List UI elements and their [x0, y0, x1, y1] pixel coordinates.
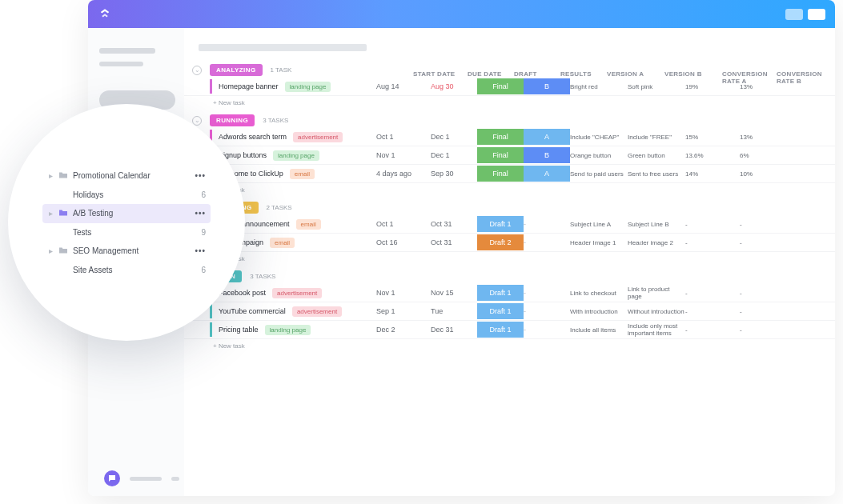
- task-tag[interactable]: landing page: [265, 325, 311, 335]
- task-tag[interactable]: advertisement: [293, 132, 343, 142]
- draft-badge[interactable]: Final: [477, 166, 524, 182]
- task-tag[interactable]: advertisement: [292, 306, 342, 317]
- results-badge[interactable]: A: [524, 166, 570, 182]
- results-value: -: [524, 289, 570, 297]
- start-date: Oct 1: [376, 133, 431, 141]
- collapse-icon[interactable]: ⌄: [192, 116, 202, 126]
- sidebar-folder[interactable]: ▸A/B Testing•••: [42, 204, 211, 223]
- task-row[interactable]: Facebook postadvertisementNov 1Nov 15Dra…: [184, 284, 835, 302]
- task-tag[interactable]: email: [270, 238, 295, 248]
- group-header[interactable]: ⌄RUNNING3 TASKS: [184, 113, 835, 128]
- conv-rate-b: -: [740, 221, 789, 228]
- results-badge[interactable]: B: [524, 147, 570, 163]
- group-header[interactable]: ⌄DRAFTING2 TASKS: [184, 200, 835, 215]
- draft-badge[interactable]: Draft 1: [477, 285, 524, 301]
- version-a-value: Send to paid users: [570, 170, 628, 178]
- version-b-value: Include "FREE": [628, 134, 685, 141]
- group-header[interactable]: ⌄OPEN3 TASKS: [184, 269, 835, 284]
- nav-item-label: Holidays: [73, 190, 103, 199]
- chat-icon[interactable]: [104, 470, 120, 486]
- due-date: Dec 31: [431, 326, 477, 334]
- draft-badge[interactable]: Draft 1: [477, 216, 524, 232]
- results-badge[interactable]: A: [524, 129, 570, 145]
- version-b-value: Include only most important items: [628, 322, 685, 337]
- new-task-button[interactable]: + New task: [184, 183, 835, 197]
- task-row[interactable]: Signup buttonslanding pageNov 1Dec 1Fina…: [184, 146, 835, 165]
- start-date: Nov 1: [376, 289, 431, 297]
- draft-badge[interactable]: Draft 1: [477, 322, 524, 338]
- caret-icon[interactable]: ▸: [47, 171, 54, 180]
- task-name: Adwords search term: [219, 133, 287, 141]
- task-name: Pricing table: [219, 326, 259, 334]
- version-b-value: Green button: [628, 152, 685, 159]
- task-row[interactable]: Adwords search termadvertisementOct 1Dec…: [184, 128, 835, 146]
- results-value: -: [524, 238, 570, 246]
- titlebar: [88, 0, 835, 28]
- app-logo-icon: [98, 7, 112, 22]
- due-date: Oct 31: [431, 220, 477, 228]
- more-icon[interactable]: •••: [195, 171, 206, 180]
- sidebar-folder[interactable]: ▸SEO Management•••: [42, 242, 211, 261]
- task-tag[interactable]: email: [296, 219, 321, 230]
- group-task-count: 3 TASKS: [250, 273, 275, 280]
- bottom-placeholder: [171, 477, 179, 481]
- window-minimize-button[interactable]: [785, 9, 803, 20]
- sidebar-placeholder: [99, 48, 155, 54]
- results-value: -: [524, 326, 570, 334]
- due-date: Tue: [431, 307, 477, 315]
- toolbar-placeholder: [199, 44, 367, 51]
- more-icon[interactable]: •••: [195, 246, 206, 255]
- window-maximize-button[interactable]: [808, 9, 825, 20]
- draft-badge[interactable]: Draft 2: [477, 234, 524, 250]
- sidebar-popup: ▸Promotional Calendar•••Holidays6▸A/B Te…: [8, 104, 245, 341]
- new-task-button[interactable]: + New task: [184, 339, 835, 353]
- task-group: ⌄OPEN3 TASKSFacebook postadvertisementNo…: [184, 269, 835, 353]
- nav-item-label: SEO Management: [73, 246, 138, 255]
- version-a-value: Include all items: [570, 326, 628, 334]
- task-group: ⌄RUNNING3 TASKSAdwords search termadvert…: [184, 113, 835, 197]
- task-group: ⌄DRAFTING2 TASKSPromo announcementemailO…: [184, 200, 835, 266]
- sidebar-list[interactable]: Tests9: [42, 223, 211, 242]
- task-tag[interactable]: advertisement: [272, 288, 322, 298]
- nav-item-label: Site Assets: [73, 266, 112, 274]
- task-name: YouTube commercial: [219, 307, 286, 315]
- sidebar-list[interactable]: Holidays6: [42, 186, 211, 204]
- due-date: Nov 15: [431, 289, 477, 297]
- version-b-value: Subject Line B: [628, 221, 685, 228]
- group-task-count: 3 TASKS: [263, 117, 288, 124]
- version-b-value: Without introduction: [628, 308, 685, 315]
- task-name: Facebook post: [219, 289, 266, 297]
- version-b-value: Header image 2: [628, 239, 685, 246]
- task-row[interactable]: Welcome to ClickUpemail4 days agoSep 30F…: [184, 165, 835, 183]
- draft-badge[interactable]: Final: [477, 147, 524, 163]
- table-header: START DATEDUE DATEDRAFTRESULTSVERSION AV…: [186, 70, 835, 88]
- start-date: Oct 1: [376, 220, 431, 228]
- more-icon[interactable]: •••: [195, 209, 206, 218]
- new-task-button[interactable]: + New task: [184, 96, 835, 110]
- sidebar-folder[interactable]: ▸Promotional Calendar•••: [42, 166, 211, 186]
- task-row[interactable]: Pricing tablelanding pageDec 2Dec 31Draf…: [184, 321, 835, 339]
- col-results: RESULTS: [560, 70, 607, 85]
- conv-rate-b: -: [740, 290, 789, 297]
- version-a-value: Orange button: [570, 152, 628, 159]
- due-date: Dec 1: [431, 151, 477, 159]
- caret-icon[interactable]: ▸: [47, 246, 54, 255]
- task-tag[interactable]: email: [290, 169, 315, 179]
- caret-icon[interactable]: ▸: [47, 209, 54, 218]
- bottom-bar: [104, 470, 179, 486]
- conv-rate-a: 15%: [685, 134, 740, 141]
- draft-badge[interactable]: Final: [477, 129, 524, 145]
- start-date: Oct 16: [376, 238, 431, 246]
- sidebar-list[interactable]: Site Assets6: [42, 261, 211, 279]
- conv-rate-b: -: [740, 239, 789, 246]
- conv-rate-a: -: [685, 239, 740, 246]
- task-row[interactable]: YouTube commercialadvertisementSep 1TueD…: [184, 302, 835, 321]
- main-content: ⌄ANALYZING1 TASKHomepage bannerlanding p…: [184, 28, 835, 496]
- task-tag[interactable]: landing page: [273, 150, 319, 161]
- conv-rate-a: -: [685, 308, 740, 315]
- draft-badge[interactable]: Draft 1: [477, 303, 524, 319]
- task-row[interactable]: Promo announcementemailOct 1Oct 31Draft …: [184, 215, 835, 234]
- group-status-pill[interactable]: RUNNING: [210, 114, 255, 126]
- task-row[interactable]: Fall campaignemailOct 16Oct 31Draft 2-He…: [184, 234, 835, 252]
- new-task-button[interactable]: + New task: [184, 252, 835, 266]
